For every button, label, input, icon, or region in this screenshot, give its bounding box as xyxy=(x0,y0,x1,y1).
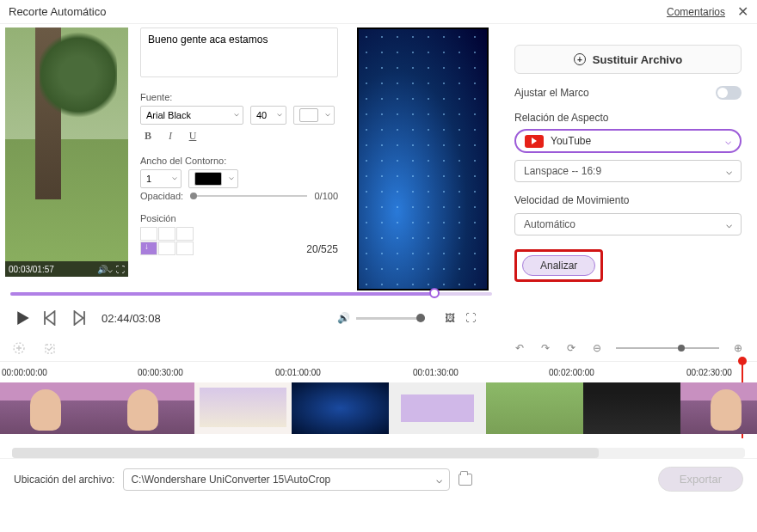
text-panel: Bueno gente aca estamos Fuente: Arial Bl… xyxy=(135,28,350,285)
export-button[interactable]: Exportar xyxy=(658,467,743,492)
zoom-in-icon[interactable]: ⊕ xyxy=(731,341,745,355)
zoom-out-icon[interactable]: ⊖ xyxy=(590,341,604,355)
tool-row: ↶ ↷ ⟳ ⊖ ⊕ xyxy=(0,335,757,361)
output-path-value: C:\Wondershare UniConverter 15\AutoCrop xyxy=(131,474,330,486)
clip-thumb[interactable] xyxy=(680,382,757,434)
svg-rect-2 xyxy=(44,311,46,325)
timeline-thumbs[interactable] xyxy=(0,382,757,443)
refresh-icon[interactable]: ⟳ xyxy=(564,341,578,355)
window-title: Recorte Automático xyxy=(9,5,106,18)
time-mark: 00:00:00:00 xyxy=(2,368,47,377)
player-time: 02:44/03:08 xyxy=(102,312,161,325)
speed-select[interactable]: Automático ⌵ xyxy=(514,213,742,235)
tool-row-left xyxy=(12,341,57,355)
clip-thumb[interactable] xyxy=(292,382,389,434)
volume-icon[interactable]: 🔊 xyxy=(335,310,351,326)
output-video-preview[interactable] xyxy=(357,28,489,290)
settings-panel: + Sustituir Archivo Ajustar el Marco Rel… xyxy=(499,24,757,335)
font-size-select[interactable]: 40 xyxy=(250,106,286,125)
delete-icon[interactable] xyxy=(43,341,57,355)
redo-icon[interactable]: ↷ xyxy=(539,341,552,355)
youtube-icon xyxy=(525,135,544,148)
opacity-row: Opacidad: 0/100 xyxy=(140,191,338,201)
next-frame-button[interactable] xyxy=(71,310,86,326)
bold-button[interactable]: B xyxy=(140,128,156,144)
analyze-button[interactable]: Analizar xyxy=(522,255,595,276)
frame-adjust-label: Ajustar el Marco xyxy=(514,87,589,99)
add-marker-icon[interactable] xyxy=(12,341,26,355)
footer: Ubicación del archivo: C:\Wondershare Un… xyxy=(0,458,757,499)
volume-control: 🔊 🖼 ⛶ xyxy=(335,310,478,326)
undo-icon[interactable]: ↶ xyxy=(513,341,526,355)
font-color-select[interactable] xyxy=(293,106,335,125)
source-mini-bar: 00:03/01:57 🔊⌵ ⛶ xyxy=(5,261,128,277)
aspect-label: Relación de Aspecto xyxy=(514,112,742,124)
outline-width-select[interactable]: 1 xyxy=(140,169,182,188)
replace-file-button[interactable]: + Sustituir Archivo xyxy=(514,45,742,74)
svg-marker-1 xyxy=(46,311,54,325)
speed-label: Velocidad de Movimiento xyxy=(514,194,742,206)
opacity-slider[interactable] xyxy=(190,195,307,197)
time-mark: 00:00:30:00 xyxy=(138,368,183,377)
chevron-down-icon: ⌵ xyxy=(726,165,732,177)
time-mark: 00:01:30:00 xyxy=(413,368,459,377)
position-grid[interactable] xyxy=(140,227,194,255)
source-mini-icons: 🔊⌵ ⛶ xyxy=(97,265,125,274)
clip-thumb[interactable] xyxy=(0,382,97,434)
italic-button[interactable]: I xyxy=(163,128,178,144)
chevron-down-icon: ⌵ xyxy=(725,135,731,147)
prev-frame-button[interactable] xyxy=(43,310,58,326)
aspect-ratio-select[interactable]: Lanspace -- 16:9 ⌵ xyxy=(514,160,742,182)
outline-label: Ancho del Contorno: xyxy=(140,156,345,166)
output-path-select[interactable]: C:\Wondershare UniConverter 15\AutoCrop … xyxy=(123,468,450,491)
clip-thumb[interactable] xyxy=(389,382,486,434)
clip-thumb[interactable] xyxy=(486,382,583,434)
source-video-preview[interactable]: 00:03/01:57 🔊⌵ ⛶ xyxy=(5,28,128,277)
fullscreen-icon[interactable]: ⛶ xyxy=(463,310,478,326)
outline-color-select[interactable] xyxy=(188,169,238,188)
snapshot-icon[interactable]: 🖼 xyxy=(442,310,458,326)
output-path-label: Ubicación del archivo: xyxy=(14,474,114,486)
volume-icon[interactable]: 🔊⌵ xyxy=(97,265,113,274)
replace-file-label: Sustituir Archivo xyxy=(593,53,682,66)
position-label: Posición xyxy=(140,213,345,223)
svg-marker-0 xyxy=(17,311,29,325)
aspect-source-value: YouTube xyxy=(551,135,591,147)
aspect-source-select[interactable]: YouTube ⌵ xyxy=(514,129,742,153)
expand-icon[interactable]: ⛶ xyxy=(116,265,125,274)
speed-value: Automático xyxy=(524,218,575,230)
time-mark: 00:02:00:00 xyxy=(549,368,594,377)
clip-thumb[interactable] xyxy=(194,382,292,434)
comments-link[interactable]: Comentarios xyxy=(667,6,725,18)
font-controls: Arial Black 40 xyxy=(140,106,345,125)
time-ruler[interactable]: 00:00:00:00 00:00:30:00 00:01:00:00 00:0… xyxy=(0,362,757,382)
chevron-down-icon: ⌵ xyxy=(726,218,732,230)
plus-circle-icon: + xyxy=(574,53,586,65)
timeline-scrollbar[interactable] xyxy=(12,448,745,458)
preview-column: 00:03/01:57 🔊⌵ ⛶ Bueno gente aca estamos… xyxy=(0,24,499,335)
zoom-slider[interactable] xyxy=(616,347,719,349)
frame-adjust-toggle[interactable] xyxy=(716,86,742,100)
underline-button[interactable]: U xyxy=(185,128,200,144)
player-controls: 02:44/03:08 🔊 🖼 ⛶ xyxy=(5,299,489,337)
time-mark: 00:02:30:00 xyxy=(686,368,732,377)
close-icon[interactable]: ✕ xyxy=(737,3,748,20)
font-family-select[interactable]: Arial Black xyxy=(140,106,243,125)
browse-folder-icon[interactable] xyxy=(459,474,472,486)
tool-row-right: ↶ ↷ ⟳ ⊖ ⊕ xyxy=(513,341,745,355)
analyze-highlight: Analizar xyxy=(514,249,603,282)
opacity-value: 0/100 xyxy=(314,191,338,201)
svg-marker-3 xyxy=(75,311,83,325)
svg-rect-4 xyxy=(83,311,85,325)
source-mini-time: 00:03/01:57 xyxy=(9,265,54,274)
volume-slider[interactable] xyxy=(356,317,425,320)
timeline: 00:00:00:00 00:00:30:00 00:01:00:00 00:0… xyxy=(0,361,757,458)
clip-thumb[interactable] xyxy=(583,382,680,434)
clip-thumb[interactable] xyxy=(97,382,194,434)
preview-wrap: 00:03/01:57 🔊⌵ ⛶ Bueno gente aca estamos… xyxy=(5,28,489,285)
main-area: 00:03/01:57 🔊⌵ ⛶ Bueno gente aca estamos… xyxy=(0,24,757,335)
caption-text-input[interactable]: Bueno gente aca estamos xyxy=(140,28,338,77)
seek-bar[interactable] xyxy=(10,289,492,297)
play-button[interactable] xyxy=(15,310,31,326)
chevron-down-icon: ⌵ xyxy=(436,474,442,486)
